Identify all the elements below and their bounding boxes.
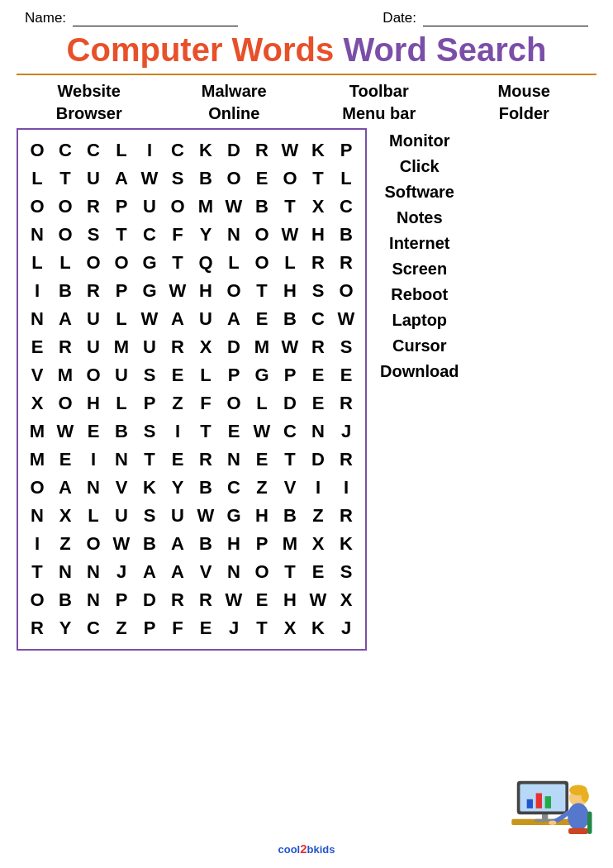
grid-cell: P	[276, 361, 304, 389]
svg-rect-5	[527, 799, 533, 808]
word-search-grid: OCCLICKDRWKPLTUAWSBOEOTLOORPUOMWBTXCNOST…	[17, 128, 367, 651]
grid-cell: D	[276, 389, 304, 417]
grid-cell: R	[51, 333, 79, 361]
word-cursor: Cursor	[380, 333, 459, 359]
grid-cell: N	[220, 558, 248, 586]
grid-cell: H	[79, 389, 107, 417]
word-laptop: Laptop	[380, 308, 459, 333]
grid-cell: T	[164, 249, 192, 277]
svg-rect-6	[536, 794, 542, 808]
grid-cell: E	[248, 586, 276, 614]
grid-cell: N	[23, 502, 51, 530]
grid-cell: B	[107, 417, 135, 446]
grid-cell: C	[79, 136, 107, 165]
svg-rect-7	[545, 796, 551, 808]
name-field	[73, 11, 238, 26]
grid-cell: X	[304, 193, 332, 221]
grid-cell: I	[135, 136, 164, 165]
grid-cell: O	[23, 136, 51, 165]
grid-cell: H	[304, 221, 332, 249]
grid-cell: K	[304, 136, 332, 165]
grid-cell: E	[248, 165, 276, 193]
grid-cell: X	[51, 502, 79, 530]
grid-cell: M	[248, 333, 276, 361]
grid-cell: S	[135, 361, 164, 389]
word-website: Website	[48, 82, 131, 101]
grid-cell: P	[248, 530, 276, 558]
grid-cell: F	[164, 221, 192, 249]
grid-cell: M	[23, 417, 51, 446]
word-notes: Notes	[380, 205, 459, 231]
word-screen: Screen	[380, 256, 459, 282]
grid-cell: J	[332, 614, 360, 642]
grid-cell: O	[164, 193, 192, 221]
grid-cell: Z	[51, 530, 79, 558]
svg-point-12	[549, 821, 556, 826]
grid-cell: T	[276, 193, 304, 221]
grid-row: IZOWBABHPMXK	[23, 530, 360, 558]
grid-cell: T	[276, 446, 304, 474]
grid-cell: A	[51, 305, 79, 333]
grid-cell: Y	[51, 614, 79, 642]
grid-cell: B	[51, 277, 79, 305]
grid-cell: L	[248, 389, 276, 417]
grid-row: MEINTERNETDR	[23, 446, 360, 474]
logo-bkids: bkids	[307, 843, 335, 856]
grid-cell: P	[107, 586, 135, 614]
grid-cell: B	[192, 165, 220, 193]
grid-cell: I	[332, 474, 360, 502]
grid-cell: I	[164, 417, 192, 446]
title-block: Computer Words Word Search	[0, 26, 613, 74]
grid-cell: X	[192, 333, 220, 361]
grid-cell: M	[107, 333, 135, 361]
grid-cell: N	[79, 586, 107, 614]
grid-cell: L	[332, 165, 360, 193]
grid-cell: W	[276, 333, 304, 361]
grid-cell: E	[248, 305, 276, 333]
grid-cell: P	[135, 389, 164, 417]
grid-cell: P	[135, 614, 164, 642]
grid-cell: U	[107, 502, 135, 530]
grid-cell: A	[220, 305, 248, 333]
grid-cell: O	[79, 361, 107, 389]
grid-cell: O	[51, 193, 79, 221]
grid-cell: O	[220, 389, 248, 417]
grid-cell: W	[276, 221, 304, 249]
grid-cell: O	[248, 249, 276, 277]
word-online: Online	[192, 104, 275, 123]
grid-cell: J	[220, 614, 248, 642]
grid-cell: A	[164, 530, 192, 558]
grid-cell: N	[51, 558, 79, 586]
grid-cell: N	[79, 474, 107, 502]
grid-row: LLOOGTQLOLRR	[23, 249, 360, 277]
grid-cell: L	[107, 305, 135, 333]
grid-cell: I	[79, 446, 107, 474]
date-section: Date:	[383, 10, 588, 26]
grid-cell: O	[220, 277, 248, 305]
word-software: Software	[380, 179, 459, 205]
grid-cell: W	[135, 305, 164, 333]
grid-cell: D	[220, 333, 248, 361]
grid-cell: U	[164, 502, 192, 530]
grid-cell: B	[276, 305, 304, 333]
grid-cell: U	[79, 165, 107, 193]
grid-cell: A	[164, 558, 192, 586]
grid-row: MWEBSITEWCNJ	[23, 417, 360, 446]
grid-cell: X	[332, 586, 360, 614]
grid-cell: M	[23, 446, 51, 474]
grid-cell: O	[23, 193, 51, 221]
grid-cell: U	[107, 361, 135, 389]
grid-row: TNNJAAVNOTES	[23, 558, 360, 586]
grid-cell: T	[51, 165, 79, 193]
grid-cell: H	[276, 277, 304, 305]
grid-cell: R	[248, 136, 276, 165]
grid-cell: O	[79, 530, 107, 558]
grid-cell: S	[79, 221, 107, 249]
grid-cell: N	[23, 305, 51, 333]
grid-cell: B	[192, 530, 220, 558]
grid-cell: Q	[192, 249, 220, 277]
grid-cell: I	[23, 277, 51, 305]
grid-cell: M	[192, 193, 220, 221]
name-label: Name:	[25, 10, 66, 26]
grid-cell: D	[220, 136, 248, 165]
